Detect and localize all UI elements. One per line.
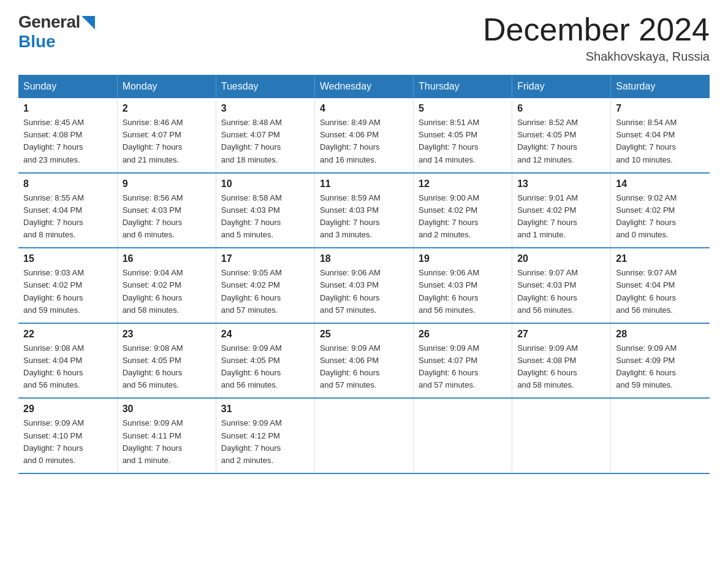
day-info: Sunrise: 9:07 AMSunset: 4:03 PMDaylight:… (517, 267, 605, 316)
calendar-week-row: 8Sunrise: 8:55 AMSunset: 4:04 PMDaylight… (18, 173, 710, 248)
day-number: 25 (320, 329, 408, 340)
day-number: 17 (221, 253, 309, 264)
day-info: Sunrise: 9:07 AMSunset: 4:04 PMDaylight:… (616, 267, 705, 316)
table-row: 12Sunrise: 9:00 AMSunset: 4:02 PMDayligh… (414, 173, 512, 248)
calendar-week-row: 1Sunrise: 8:45 AMSunset: 4:08 PMDaylight… (18, 98, 710, 173)
table-row (414, 398, 512, 473)
day-info: Sunrise: 8:52 AMSunset: 4:05 PMDaylight:… (517, 117, 605, 166)
table-row: 28Sunrise: 9:09 AMSunset: 4:09 PMDayligh… (611, 323, 710, 399)
table-row: 18Sunrise: 9:06 AMSunset: 4:03 PMDayligh… (314, 248, 413, 323)
col-tuesday: Tuesday (216, 75, 314, 98)
day-number: 21 (616, 253, 705, 264)
day-info: Sunrise: 9:06 AMSunset: 4:03 PMDaylight:… (419, 267, 507, 316)
day-info: Sunrise: 9:01 AMSunset: 4:02 PMDaylight:… (517, 192, 605, 242)
day-number: 2 (123, 103, 211, 114)
day-info: Sunrise: 9:09 AMSunset: 4:07 PMDaylight:… (419, 342, 507, 392)
calendar-week-row: 22Sunrise: 9:08 AMSunset: 4:04 PMDayligh… (18, 323, 710, 399)
day-info: Sunrise: 8:59 AMSunset: 4:03 PMDaylight:… (320, 192, 408, 242)
table-row: 8Sunrise: 8:55 AMSunset: 4:04 PMDaylight… (18, 173, 117, 248)
day-info: Sunrise: 9:03 AMSunset: 4:02 PMDaylight:… (23, 267, 112, 316)
day-number: 12 (419, 178, 507, 190)
day-number: 28 (616, 329, 705, 340)
logo-triangle-icon (82, 16, 95, 29)
table-row: 29Sunrise: 9:09 AMSunset: 4:10 PMDayligh… (18, 398, 117, 473)
table-row: 21Sunrise: 9:07 AMSunset: 4:04 PMDayligh… (611, 248, 710, 323)
day-number: 14 (616, 178, 705, 190)
day-info: Sunrise: 8:49 AMSunset: 4:06 PMDaylight:… (320, 117, 408, 166)
page-header: General Blue December 2024 Shakhovskaya,… (18, 12, 710, 64)
day-number: 9 (123, 178, 211, 190)
table-row: 11Sunrise: 8:59 AMSunset: 4:03 PMDayligh… (314, 173, 413, 248)
day-number: 20 (517, 253, 605, 264)
day-info: Sunrise: 9:09 AMSunset: 4:08 PMDaylight:… (517, 342, 605, 392)
col-sunday: Sunday (18, 75, 117, 98)
table-row: 30Sunrise: 9:09 AMSunset: 4:11 PMDayligh… (117, 398, 216, 473)
col-wednesday: Wednesday (314, 75, 413, 98)
day-info: Sunrise: 9:09 AMSunset: 4:11 PMDaylight:… (123, 417, 211, 467)
table-row: 31Sunrise: 9:09 AMSunset: 4:12 PMDayligh… (216, 398, 314, 473)
day-number: 22 (23, 329, 112, 340)
table-row: 17Sunrise: 9:05 AMSunset: 4:02 PMDayligh… (216, 248, 314, 323)
day-number: 16 (123, 253, 211, 264)
day-info: Sunrise: 8:45 AMSunset: 4:08 PMDaylight:… (23, 117, 112, 166)
calendar-week-row: 15Sunrise: 9:03 AMSunset: 4:02 PMDayligh… (18, 248, 710, 323)
calendar-header-row: Sunday Monday Tuesday Wednesday Thursday… (18, 75, 710, 98)
day-number: 30 (123, 404, 211, 415)
day-info: Sunrise: 8:56 AMSunset: 4:03 PMDaylight:… (123, 192, 211, 242)
table-row: 4Sunrise: 8:49 AMSunset: 4:06 PMDaylight… (314, 98, 413, 173)
day-info: Sunrise: 9:09 AMSunset: 4:09 PMDaylight:… (616, 342, 705, 392)
day-info: Sunrise: 9:09 AMSunset: 4:06 PMDaylight:… (320, 342, 408, 392)
day-number: 10 (221, 178, 309, 190)
day-info: Sunrise: 9:09 AMSunset: 4:10 PMDaylight:… (23, 417, 112, 467)
day-number: 23 (123, 329, 211, 340)
day-info: Sunrise: 8:55 AMSunset: 4:04 PMDaylight:… (23, 192, 112, 242)
day-info: Sunrise: 8:54 AMSunset: 4:04 PMDaylight:… (616, 117, 705, 166)
day-info: Sunrise: 8:46 AMSunset: 4:07 PMDaylight:… (123, 117, 211, 166)
day-info: Sunrise: 9:04 AMSunset: 4:02 PMDaylight:… (123, 267, 211, 316)
table-row: 26Sunrise: 9:09 AMSunset: 4:07 PMDayligh… (414, 323, 512, 399)
table-row: 15Sunrise: 9:03 AMSunset: 4:02 PMDayligh… (18, 248, 117, 323)
col-saturday: Saturday (611, 75, 710, 98)
table-row: 23Sunrise: 9:08 AMSunset: 4:05 PMDayligh… (117, 323, 216, 399)
day-number: 11 (320, 178, 408, 190)
day-info: Sunrise: 9:09 AMSunset: 4:05 PMDaylight:… (221, 342, 309, 392)
day-number: 13 (517, 178, 605, 190)
day-number: 29 (23, 404, 112, 415)
day-number: 27 (517, 329, 605, 340)
day-info: Sunrise: 8:48 AMSunset: 4:07 PMDaylight:… (221, 117, 309, 166)
table-row: 16Sunrise: 9:04 AMSunset: 4:02 PMDayligh… (117, 248, 216, 323)
table-row: 20Sunrise: 9:07 AMSunset: 4:03 PMDayligh… (512, 248, 611, 323)
day-number: 18 (320, 253, 408, 264)
day-info: Sunrise: 8:58 AMSunset: 4:03 PMDaylight:… (221, 192, 309, 242)
table-row (611, 398, 710, 473)
day-info: Sunrise: 9:09 AMSunset: 4:12 PMDaylight:… (221, 417, 309, 467)
day-info: Sunrise: 9:02 AMSunset: 4:02 PMDaylight:… (616, 192, 705, 242)
day-number: 8 (23, 178, 112, 190)
table-row: 6Sunrise: 8:52 AMSunset: 4:05 PMDaylight… (512, 98, 611, 173)
calendar-table: Sunday Monday Tuesday Wednesday Thursday… (18, 75, 710, 474)
title-block: December 2024 Shakhovskaya, Russia (483, 12, 710, 64)
table-row: 13Sunrise: 9:01 AMSunset: 4:02 PMDayligh… (512, 173, 611, 248)
day-number: 15 (23, 253, 112, 264)
calendar-week-row: 29Sunrise: 9:09 AMSunset: 4:10 PMDayligh… (18, 398, 710, 473)
table-row: 25Sunrise: 9:09 AMSunset: 4:06 PMDayligh… (314, 323, 413, 399)
col-thursday: Thursday (414, 75, 512, 98)
table-row: 2Sunrise: 8:46 AMSunset: 4:07 PMDaylight… (117, 98, 216, 173)
logo: General Blue (18, 12, 95, 52)
day-number: 24 (221, 329, 309, 340)
day-info: Sunrise: 9:06 AMSunset: 4:03 PMDaylight:… (320, 267, 408, 316)
day-info: Sunrise: 9:08 AMSunset: 4:04 PMDaylight:… (23, 342, 112, 392)
table-row: 19Sunrise: 9:06 AMSunset: 4:03 PMDayligh… (414, 248, 512, 323)
table-row: 5Sunrise: 8:51 AMSunset: 4:05 PMDaylight… (414, 98, 512, 173)
table-row (314, 398, 413, 473)
day-number: 6 (517, 103, 605, 114)
day-number: 26 (419, 329, 507, 340)
day-info: Sunrise: 9:00 AMSunset: 4:02 PMDaylight:… (419, 192, 507, 242)
table-row: 9Sunrise: 8:56 AMSunset: 4:03 PMDaylight… (117, 173, 216, 248)
table-row: 22Sunrise: 9:08 AMSunset: 4:04 PMDayligh… (18, 323, 117, 399)
table-row: 10Sunrise: 8:58 AMSunset: 4:03 PMDayligh… (216, 173, 314, 248)
day-number: 3 (221, 103, 309, 114)
table-row: 1Sunrise: 8:45 AMSunset: 4:08 PMDaylight… (18, 98, 117, 173)
day-number: 5 (419, 103, 507, 114)
table-row: 24Sunrise: 9:09 AMSunset: 4:05 PMDayligh… (216, 323, 314, 399)
